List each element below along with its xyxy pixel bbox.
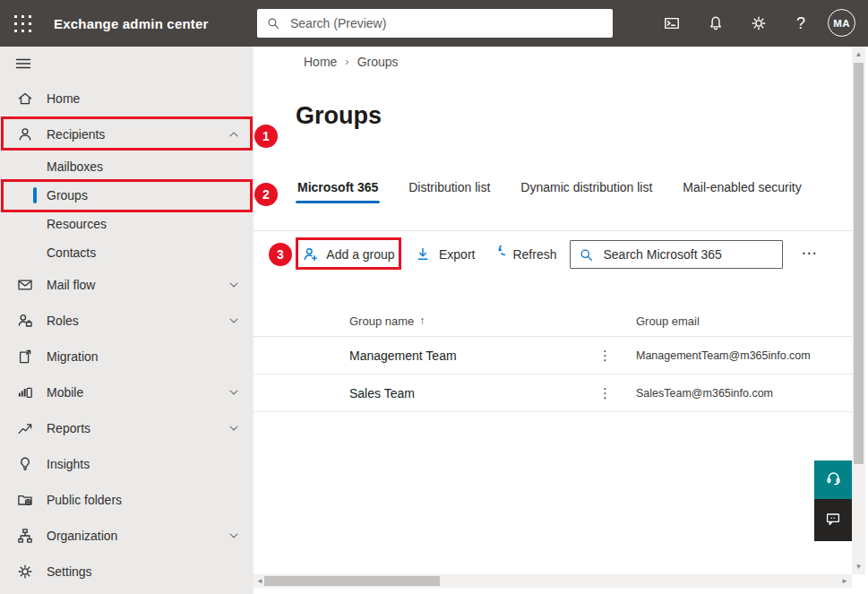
sidebar-item-organization[interactable]: Organization [0, 518, 254, 554]
top-bar: Exchange admin center ? MA [0, 0, 868, 47]
product-title: Exchange admin center [54, 0, 209, 47]
global-search-box[interactable] [257, 9, 613, 38]
refresh-label: Refresh [512, 247, 556, 262]
list-search-input[interactable] [602, 246, 774, 263]
scroll-left-icon[interactable]: ◄ [256, 577, 263, 585]
exchange-admin-center-window: Exchange admin center ? MA HomeRecipient… [0, 0, 868, 594]
chevron-down-icon[interactable] [227, 278, 241, 292]
table-row-sales-team[interactable]: Sales Team⋮SalesTeam@m365info.com [254, 374, 854, 412]
tab-dynamic-distribution-list[interactable]: Dynamic distribution list [519, 175, 654, 203]
sidebar-item-label: Roles [47, 314, 227, 328]
refresh-icon [487, 245, 505, 263]
breadcrumb-groups[interactable]: Groups [357, 55, 399, 69]
chevron-up-icon[interactable] [227, 127, 241, 142]
breadcrumb-home[interactable]: Home [304, 55, 337, 69]
bell-icon[interactable] [701, 9, 730, 38]
group-name-cell[interactable]: Management Team [349, 349, 457, 363]
sidebar-item-roles[interactable]: Roles [0, 303, 254, 339]
sidebar-item-mailboxes[interactable]: Mailboxes [0, 152, 254, 181]
app-launcher-icon[interactable] [14, 15, 32, 33]
sidebar-item-label: Recipients [47, 127, 227, 142]
settings-icon [16, 563, 34, 581]
sidebar-item-home[interactable]: Home [0, 81, 254, 116]
tabs-divider [254, 230, 854, 231]
vertical-scrollbar-thumb[interactable] [854, 63, 864, 464]
sidebar-item-label: Insights [47, 457, 241, 471]
sidebar-item-label: Groups [47, 188, 241, 202]
sidebar-item-resources[interactable]: Resources [0, 210, 254, 238]
sidebar-item-reports[interactable]: Reports [0, 410, 254, 446]
table-row-management-team[interactable]: Management Team⋮ManagementTeam@m365info.… [254, 337, 854, 374]
sidebar-item-insights[interactable]: Insights [0, 446, 254, 482]
help-support-button[interactable] [814, 461, 852, 499]
search-icon [266, 16, 280, 30]
horizontal-scrollbar[interactable]: ◄ ► [254, 574, 852, 588]
more-options-icon[interactable]: ⋯ [802, 244, 818, 263]
chevron-down-icon[interactable] [227, 314, 241, 328]
sidebar-item-label: Mailboxes [47, 159, 241, 174]
sidebar-item-public-folders[interactable]: Public folders [0, 482, 254, 518]
export-button[interactable]: Export [414, 239, 475, 270]
roles-icon [16, 312, 34, 330]
groups-table: Group name ↑ Group email Management Team… [254, 305, 854, 412]
sort-ascending-icon: ↑ [419, 314, 425, 327]
sidebar-item-settings[interactable]: Settings [0, 554, 254, 590]
insights-icon [16, 455, 34, 473]
chevron-down-icon[interactable] [227, 385, 241, 400]
annotation-badge-3: 3 [269, 243, 292, 266]
horizontal-scrollbar-thumb[interactable] [264, 576, 440, 586]
tab-microsoft-365[interactable]: Microsoft 365 [296, 175, 380, 203]
sidebar-item-label: Reports [47, 421, 227, 435]
tab-mail-enabled-security[interactable]: Mail-enabled security [681, 175, 803, 203]
mail-icon [16, 276, 34, 294]
folders-icon [16, 491, 34, 509]
column-header-group-email[interactable]: Group email [636, 314, 700, 327]
group-email-cell: ManagementTeam@m365info.com [636, 349, 811, 362]
chevron-down-icon[interactable] [227, 529, 241, 543]
command-bar: Add a group Export Refresh ⋯ [296, 237, 818, 271]
person-icon [16, 125, 34, 143]
selected-indicator [33, 187, 37, 203]
refresh-button[interactable]: Refresh [487, 239, 556, 270]
sidebar-item-label: Organization [47, 529, 227, 543]
tab-list: Microsoft 365Distribution listDynamic di… [296, 175, 804, 203]
sidebar-item-label: Public folders [47, 493, 241, 507]
sidebar-item-label: Contacts [47, 245, 241, 260]
feedback-button[interactable] [814, 499, 852, 541]
sidebar-item-label: Resources [47, 217, 241, 231]
sidebar-item-mail-flow[interactable]: Mail flow [0, 267, 254, 303]
global-search-input[interactable] [288, 15, 604, 31]
vertical-scrollbar[interactable]: ▲ ▼ [852, 47, 865, 574]
add-a-group-button[interactable]: Add a group [296, 239, 401, 270]
scroll-right-icon[interactable]: ► [841, 577, 848, 585]
scroll-up-icon[interactable]: ▲ [852, 50, 865, 58]
annotation-badge-2: 2 [254, 183, 278, 206]
sidebar-item-groups[interactable]: Groups [0, 181, 254, 210]
home-icon [16, 90, 34, 108]
reports-icon [16, 419, 34, 437]
row-more-options-icon[interactable]: ⋮ [598, 388, 612, 399]
sidebar-nav: HomeRecipientsMailboxesGroupsResourcesCo… [0, 81, 254, 590]
search-icon [579, 247, 594, 263]
tab-distribution-list[interactable]: Distribution list [407, 175, 492, 203]
gear-icon[interactable] [744, 9, 773, 38]
sidebar-item-recipients[interactable]: Recipients [0, 116, 254, 152]
avatar[interactable]: MA [828, 9, 855, 37]
download-icon [414, 245, 432, 263]
hamburger-menu-icon[interactable] [0, 47, 254, 81]
sidebar-item-contacts[interactable]: Contacts [0, 238, 254, 267]
sidebar-item-label: Mobile [47, 385, 227, 400]
group-email-cell: SalesTeam@m365info.com [636, 387, 773, 400]
row-more-options-icon[interactable]: ⋮ [598, 350, 612, 361]
cloud-shell-icon[interactable] [657, 9, 686, 38]
column-header-group-name[interactable]: Group name ↑ [349, 314, 425, 327]
annotation-badge-1: 1 [254, 125, 278, 148]
list-search-box[interactable] [570, 240, 783, 269]
sidebar-item-migration[interactable]: Migration [0, 339, 254, 374]
sidebar-item-mobile[interactable]: Mobile [0, 374, 254, 410]
chevron-down-icon[interactable] [227, 421, 241, 435]
help-icon[interactable]: ? [786, 9, 815, 38]
group-name-cell[interactable]: Sales Team [349, 386, 415, 400]
scroll-down-icon[interactable]: ▼ [852, 563, 865, 571]
add-person-icon [302, 245, 320, 263]
